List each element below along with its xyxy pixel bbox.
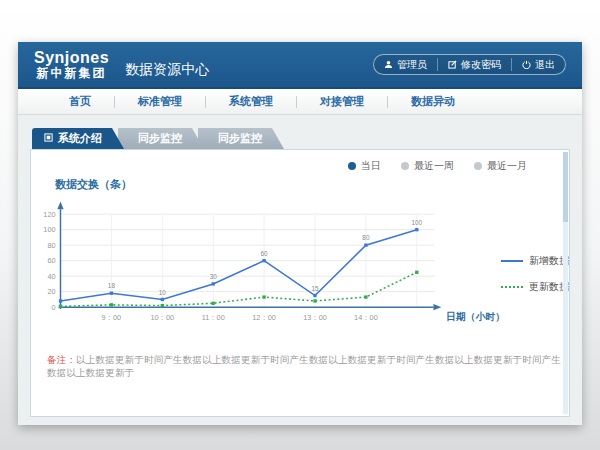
user-menu-logout[interactable]: 退出 xyxy=(511,58,565,71)
x-tick-label: 14：00 xyxy=(354,313,378,322)
user-menu: 管理员 修改密码 退出 xyxy=(373,54,566,75)
radio-last-month-label: 最近一月 xyxy=(487,159,527,173)
nav-item-home[interactable]: 首页 xyxy=(46,94,114,109)
x-tick-label: 13：00 xyxy=(303,313,327,322)
chart-y-axis-title: 数据交换（条） xyxy=(55,177,569,192)
data-point xyxy=(415,271,418,274)
chart-legend: 新增数据 更新数据 xyxy=(501,254,569,294)
y-tick-label: 100 xyxy=(43,225,55,234)
data-point xyxy=(415,228,418,231)
radio-last-month[interactable]: 最近一月 xyxy=(474,159,527,173)
page-title: 数据资源中心 xyxy=(125,51,209,79)
data-point xyxy=(313,294,316,297)
radio-today[interactable]: 当日 xyxy=(348,159,381,173)
y-axis-arrow xyxy=(57,201,63,209)
chart-panel: 当日 最近一周 最近一月 数据交换（条） 0204060801001209：00… xyxy=(30,149,570,417)
footnote: 备注：以上数据更新于时间产生数据以上数据更新于时间产生数据以上数据更新于时间产生… xyxy=(47,354,569,380)
tab-sync-monitor-2[interactable]: 同步监控 xyxy=(198,128,284,149)
data-point-label: 18 xyxy=(108,282,116,289)
time-range-filter: 当日 最近一周 最近一月 xyxy=(348,159,527,173)
data-point-label: 15 xyxy=(311,285,319,292)
tab-sync-monitor-1[interactable]: 同步监控 xyxy=(118,128,204,149)
legend-updated-data[interactable]: 更新数据 xyxy=(501,280,569,294)
logo-brand-text: Synjones xyxy=(34,49,109,67)
data-point-label: 30 xyxy=(210,273,218,280)
y-tick-label: 0 xyxy=(52,303,56,312)
footnote-text: 以上数据更新于时间产生数据以上数据更新于时间产生数据以上数据更新于时间产生数据以… xyxy=(47,354,561,378)
data-point xyxy=(161,298,164,301)
data-point-label: 80 xyxy=(362,234,370,241)
nav-item-system-mgmt[interactable]: 系统管理 xyxy=(206,94,296,109)
x-tick-label: 10：00 xyxy=(150,313,174,322)
user-icon xyxy=(384,60,393,69)
data-point xyxy=(161,304,164,307)
data-point xyxy=(313,299,316,302)
nav-item-standard-mgmt[interactable]: 标准管理 xyxy=(115,94,205,109)
radio-last-week[interactable]: 最近一周 xyxy=(401,159,454,173)
y-tick-label: 80 xyxy=(47,241,55,250)
tab-strip: 系统介绍 同步监控 同步监控 xyxy=(32,128,570,149)
scrollbar[interactable] xyxy=(563,152,568,414)
app-header: Synjones 新中新集团 数据资源中心 管理员 修改密码 退出 xyxy=(18,42,582,89)
x-tick-label: 9：00 xyxy=(102,313,122,322)
tab-sync-monitor-2-label: 同步监控 xyxy=(218,132,262,144)
chart-container: 0204060801001209：0010：0011：0012：0013：001… xyxy=(31,192,569,344)
tab-system-intro-label: 系统介绍 xyxy=(58,128,102,149)
user-menu-change-password[interactable]: 修改密码 xyxy=(437,58,511,71)
line-chart: 0204060801001209：0010：0011：0012：0013：001… xyxy=(37,192,501,344)
company-logo: Synjones 新中新集团 xyxy=(34,49,109,80)
x-axis-arrow xyxy=(433,304,441,310)
x-axis-title: 日期（小时） xyxy=(446,311,501,322)
edit-icon xyxy=(448,60,457,69)
y-tick-label: 120 xyxy=(43,210,55,219)
main-nav: 首页 标准管理 系统管理 对接管理 数据异动 xyxy=(18,89,582,115)
y-tick-label: 40 xyxy=(47,272,55,281)
data-point-label: 100 xyxy=(412,219,423,226)
app-window: Synjones 新中新集团 数据资源中心 管理员 修改密码 退出 xyxy=(18,42,582,425)
footnote-prefix: 备注： xyxy=(47,354,76,365)
series-line xyxy=(60,272,416,306)
logo-group-text: 新中新集团 xyxy=(34,67,109,80)
document-icon xyxy=(44,128,53,149)
data-point xyxy=(364,295,367,298)
user-menu-change-password-label: 修改密码 xyxy=(461,58,501,72)
data-point xyxy=(262,295,265,298)
data-point xyxy=(212,282,215,285)
tab-system-intro[interactable]: 系统介绍 xyxy=(32,128,124,149)
data-point xyxy=(59,305,62,308)
radio-today-label: 当日 xyxy=(361,159,381,173)
legend-new-data[interactable]: 新增数据 xyxy=(501,254,569,268)
data-point xyxy=(59,299,62,302)
solid-line-icon xyxy=(501,260,523,262)
data-point xyxy=(212,302,215,305)
radio-dot-icon xyxy=(474,162,482,170)
radio-last-week-label: 最近一周 xyxy=(414,159,454,173)
content-area: 系统介绍 同步监控 同步监控 当日 最近一周 xyxy=(18,115,582,417)
x-tick-label: 12：00 xyxy=(252,313,276,322)
tab-sync-monitor-1-label: 同步监控 xyxy=(138,132,182,144)
dotted-line-icon xyxy=(501,286,523,288)
radio-dot-icon xyxy=(401,162,409,170)
nav-item-connect-mgmt[interactable]: 对接管理 xyxy=(297,94,387,109)
user-menu-logout-label: 退出 xyxy=(535,58,555,72)
data-point xyxy=(262,259,265,262)
data-point xyxy=(110,303,113,306)
data-point-label: 60 xyxy=(261,250,269,257)
data-point xyxy=(110,292,113,295)
nav-item-data-change[interactable]: 数据异动 xyxy=(388,94,478,109)
logout-icon xyxy=(522,60,531,69)
y-tick-label: 20 xyxy=(47,287,55,296)
user-menu-admin-label: 管理员 xyxy=(397,58,427,72)
data-point xyxy=(364,243,367,246)
radio-dot-icon xyxy=(348,162,356,170)
user-menu-admin[interactable]: 管理员 xyxy=(374,58,437,71)
scrollbar-thumb[interactable] xyxy=(563,152,568,222)
data-point-label: 10 xyxy=(159,289,167,296)
y-tick-label: 60 xyxy=(47,256,55,265)
x-tick-label: 11：00 xyxy=(202,313,225,322)
